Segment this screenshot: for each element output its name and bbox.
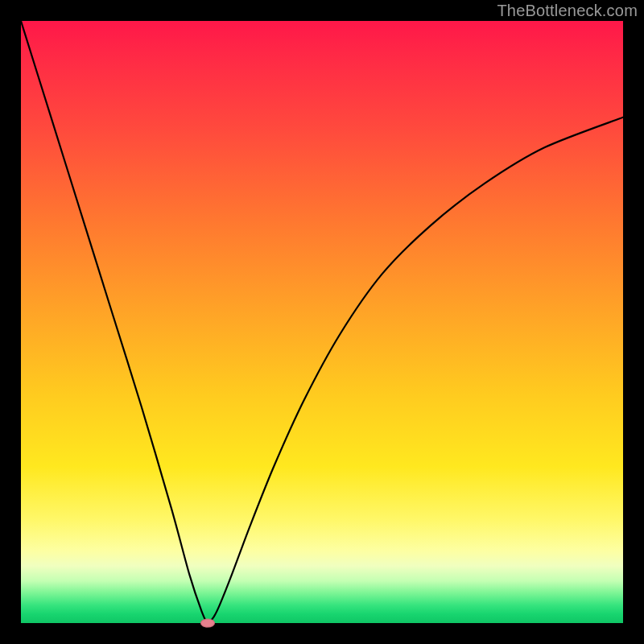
plot-area: [21, 21, 623, 623]
chart-frame: TheBottleneck.com: [0, 0, 644, 644]
bottleneck-curve: [21, 21, 623, 623]
minimum-marker: [200, 619, 215, 628]
watermark-text: TheBottleneck.com: [497, 2, 638, 20]
